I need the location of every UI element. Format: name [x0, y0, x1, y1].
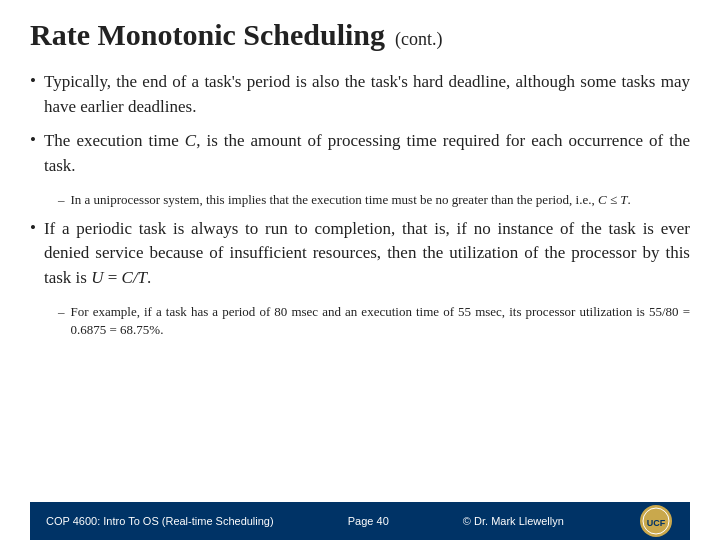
bullet-2-text: The execution time C, is the amount of p…	[44, 129, 690, 178]
bullet-1-block: • Typically, the end of a task's period …	[30, 70, 690, 119]
footer-course: COP 4600: Intro To OS (Real-time Schedul…	[46, 515, 274, 527]
ucf-logo: UCF	[640, 505, 672, 537]
bullet-2-marker: •	[30, 130, 36, 150]
footer-page: Page 40	[348, 515, 389, 527]
bullet-3-text: If a periodic task is always to run to c…	[44, 217, 690, 291]
bullet-1-marker: •	[30, 71, 36, 91]
sub-bullet-3a-text: For example, if a task has a period of 8…	[71, 303, 691, 339]
sub-bullet-2a-text: In a uniprocessor system, this implies t…	[71, 191, 631, 209]
footer-logo: UCF	[638, 503, 674, 539]
slide-footer: COP 4600: Intro To OS (Real-time Schedul…	[30, 502, 690, 540]
bullet-3-marker: •	[30, 218, 36, 238]
sub-bullet-2a-block: – In a uniprocessor system, this implies…	[58, 191, 690, 209]
bullet-2-block: • The execution time C, is the amount of…	[30, 129, 690, 178]
slide-title: Rate Monotonic Scheduling	[30, 18, 385, 52]
footer-copyright: © Dr. Mark Llewellyn	[463, 515, 564, 527]
slide-title-cont: (cont.)	[395, 29, 442, 50]
svg-text:UCF: UCF	[647, 518, 666, 528]
sub-bullet-3a-dash: –	[58, 304, 65, 320]
bullet-3-block: • If a periodic task is always to run to…	[30, 217, 690, 291]
title-row: Rate Monotonic Scheduling (cont.)	[30, 18, 690, 52]
bullet-1-text: Typically, the end of a task's period is…	[44, 70, 690, 119]
sub-bullet-2a-dash: –	[58, 192, 65, 208]
sub-bullet-3a-block: – For example, if a task has a period of…	[58, 303, 690, 339]
slide: Rate Monotonic Scheduling (cont.) • Typi…	[0, 0, 720, 540]
slide-content: • Typically, the end of a task's period …	[30, 70, 690, 502]
